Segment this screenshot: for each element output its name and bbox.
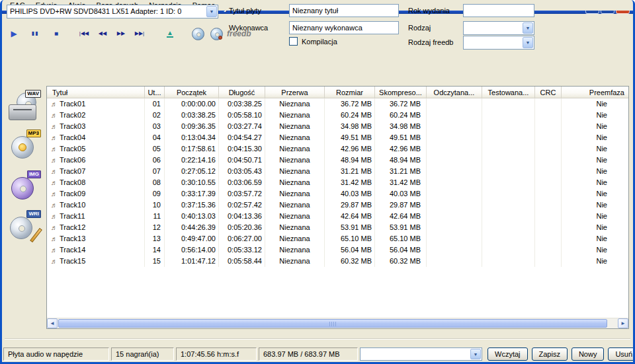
chevron-down-icon[interactable]: ▼ xyxy=(523,37,533,48)
music-note-icon: ♬ xyxy=(51,222,60,233)
sidebar-item-wri[interactable]: WRI xyxy=(6,210,42,246)
freedb-genre-select[interactable]: ▼ xyxy=(463,36,534,50)
track-row[interactable]: ♬Track02020:03:38.250:05:58.10Nieznana60… xyxy=(47,110,628,121)
next-track-button[interactable]: ▶▶| xyxy=(133,27,146,40)
track-row[interactable]: ♬Track11110:40:13.030:04:13.36Nieznana42… xyxy=(47,211,628,222)
cell-gap: Nieznana xyxy=(265,155,325,166)
save-button[interactable]: Zapisz xyxy=(532,347,568,361)
column-header-length[interactable]: Długość xyxy=(219,87,265,98)
column-header-start[interactable]: Początek xyxy=(165,87,219,98)
cell-size: 29.87 MB xyxy=(325,200,375,211)
drive-selector[interactable]: PHILIPS DVD+RW SDVD8431 LX51 Adapter: 1 … xyxy=(7,5,218,18)
cell-size: 56.04 MB xyxy=(325,244,375,256)
artist-input[interactable] xyxy=(289,21,399,34)
cell-length: 0:05:58.10 xyxy=(219,110,265,121)
track-row[interactable]: ♬Track05050:17:58.610:04:15.30Nieznana42… xyxy=(47,143,628,155)
track-row[interactable]: ♬Track08080:30:10.550:03:06.59Nieznana31… xyxy=(47,177,628,188)
eject-button[interactable]: ▲ xyxy=(163,27,177,40)
new-button[interactable]: Nowy xyxy=(572,347,605,361)
track-row[interactable]: ♬Track09090:33:17.390:03:57.72Nieznana40… xyxy=(47,188,628,200)
pause-button[interactable]: ▮▮ xyxy=(28,27,42,40)
previous-track-button[interactable]: |◀◀ xyxy=(77,27,91,40)
cell-tested xyxy=(482,211,535,222)
cell-pre: Nie xyxy=(562,200,628,211)
track-row[interactable]: ♬Track07070:27:05.120:03:05.43Nieznana31… xyxy=(47,166,628,177)
sidebar-item-mp3[interactable]: MP3 xyxy=(6,129,42,165)
cell-no: 07 xyxy=(145,166,165,177)
disc-status-cell: Płyta audio w napędzie xyxy=(3,347,109,361)
fast-forward-button[interactable]: ▶▶ xyxy=(114,27,128,40)
cell-pre: Nie xyxy=(562,98,628,110)
cell-length: 0:04:50.71 xyxy=(219,155,265,166)
track-row[interactable]: ♬Track03030:09:36.350:03:27.74Nieznana34… xyxy=(47,121,628,132)
scrollbar-thumb[interactable] xyxy=(58,319,607,328)
cell-size: 34.98 MB xyxy=(325,121,375,132)
cell-crc xyxy=(535,200,562,211)
cell-length: 0:03:57.72 xyxy=(219,188,265,200)
genre-select[interactable]: ▼ xyxy=(463,21,534,35)
cell-tested xyxy=(482,222,535,233)
chevron-down-icon[interactable]: ▼ xyxy=(206,6,217,17)
cell-tested xyxy=(482,177,535,188)
cell-length: 0:03:38.25 xyxy=(219,98,265,110)
track-row[interactable]: ♬Track04040:13:04.340:04:54.27Nieznana49… xyxy=(47,132,628,143)
load-button[interactable]: Wczytaj xyxy=(487,347,528,361)
cell-size: 36.72 MB xyxy=(325,98,375,110)
column-header-title[interactable]: Tytuł xyxy=(47,87,145,98)
column-header-crc[interactable]: CRC xyxy=(535,87,562,98)
compilation-checkbox[interactable] xyxy=(289,37,298,46)
music-note-icon: ♬ xyxy=(51,177,60,188)
track-row[interactable]: ♬Track15151:01:47.120:05:58.44Nieznana60… xyxy=(47,256,628,267)
column-header-read[interactable]: Odczytana... xyxy=(427,87,482,98)
cell-tested xyxy=(482,132,535,143)
cell-tested xyxy=(482,188,535,200)
scroll-left-button[interactable]: ◄ xyxy=(47,318,58,328)
cell-tested xyxy=(482,166,535,177)
scroll-right-icon: ► xyxy=(620,320,626,326)
stop-button[interactable]: ■ xyxy=(50,27,63,40)
chevron-down-icon[interactable]: ▼ xyxy=(523,22,533,34)
track-row[interactable]: ♬Track12120:44:26.390:05:20.36Nieznana53… xyxy=(47,222,628,233)
year-input[interactable] xyxy=(463,4,534,17)
cd-player-icon xyxy=(192,28,204,40)
track-row[interactable]: ♬Track13130:49:47.000:06:27.00Nieznana65… xyxy=(47,233,628,244)
scroll-right-button[interactable]: ► xyxy=(618,318,628,328)
track-title-text: Track14 xyxy=(60,246,85,254)
column-header-compressed[interactable]: Skompreso... xyxy=(375,87,427,98)
cd-player-button[interactable] xyxy=(191,27,204,40)
track-row[interactable]: ♬Track14140:56:14.000:05:33.12Nieznana56… xyxy=(47,244,628,256)
cell-read xyxy=(427,166,482,177)
track-row[interactable]: ♬Track10100:37:15.360:02:57.42Nieznana29… xyxy=(47,200,628,211)
cell-pre: Nie xyxy=(562,222,628,233)
previous-track-icon: |◀◀ xyxy=(79,31,89,36)
delete-button[interactable]: Usuń xyxy=(608,347,635,361)
freedb-fetch-button[interactable] xyxy=(210,27,223,40)
track-row[interactable]: ♬Track01010:00:00.000:03:38.25Nieznana36… xyxy=(47,98,628,110)
dropdown-arrow-glyph: ▼ xyxy=(526,26,530,30)
sidebar-item-img[interactable]: IMG xyxy=(6,170,42,206)
cell-crc xyxy=(535,233,562,244)
cell-no: 02 xyxy=(145,110,165,121)
horizontal-scrollbar[interactable]: ◄ ► xyxy=(47,318,628,328)
column-header-pre[interactable]: Preemfaza xyxy=(562,87,628,98)
column-header-no[interactable]: Ut... xyxy=(145,87,165,98)
sidebar-item-wav[interactable]: WAV xyxy=(6,90,42,126)
cell-gap: Nieznana xyxy=(265,121,325,132)
chevron-down-icon[interactable]: ▼ xyxy=(470,349,481,359)
column-header-gap[interactable]: Przerwa xyxy=(265,87,325,98)
play-button[interactable]: ▶ xyxy=(7,27,21,40)
track-row[interactable]: ♬Track06060:22:14.160:04:50.71Nieznana48… xyxy=(47,155,628,166)
cell-no: 14 xyxy=(145,244,165,256)
cell-tested xyxy=(482,121,535,132)
column-header-tested[interactable]: Testowana... xyxy=(482,87,535,98)
disc-title-input[interactable] xyxy=(289,4,399,17)
cell-compressed: 40.03 MB xyxy=(375,188,427,200)
rewind-button[interactable]: ◀◀ xyxy=(96,27,109,40)
profile-select[interactable]: ▼ xyxy=(360,347,482,361)
cell-no: 09 xyxy=(145,188,165,200)
cell-tested xyxy=(482,233,535,244)
cell-gap: Nieznana xyxy=(265,233,325,244)
cell-gap: Nieznana xyxy=(265,211,325,222)
column-header-size[interactable]: Rozmiar xyxy=(325,87,375,98)
cell-gap: Nieznana xyxy=(265,98,325,110)
